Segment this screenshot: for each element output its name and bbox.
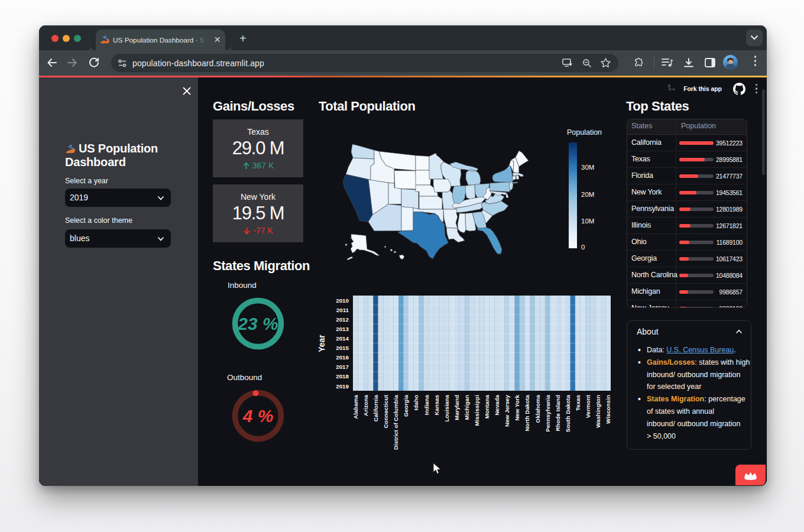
svg-text:Connecticut: Connecticut <box>382 394 389 428</box>
svg-text:2017: 2017 <box>336 364 349 370</box>
svg-text:2013: 2013 <box>336 326 349 332</box>
svg-text:2014: 2014 <box>336 335 349 342</box>
svg-text:North Dakota: North Dakota <box>524 394 530 431</box>
svg-text:Rhode Island: Rhode Island <box>555 395 561 432</box>
svg-text:New Jersey: New Jersey <box>504 394 510 426</box>
svg-text:Texas: Texas <box>575 394 581 411</box>
svg-text:Nevada: Nevada <box>494 394 500 415</box>
svg-text:Maryland: Maryland <box>453 395 460 420</box>
svg-text:2011: 2011 <box>336 307 349 313</box>
svg-text:California: California <box>372 394 379 421</box>
svg-text:Michigan: Michigan <box>463 395 470 420</box>
svg-text:South Dakota: South Dakota <box>565 394 571 432</box>
svg-text:Washington: Washington <box>595 395 601 428</box>
svg-text:2019: 2019 <box>336 383 349 390</box>
svg-text:4 %: 4 % <box>242 406 274 426</box>
svg-text:Pennsylvania: Pennsylvania <box>544 394 551 432</box>
svg-text:Indiana: Indiana <box>423 394 430 415</box>
svg-text:2018: 2018 <box>336 373 349 379</box>
svg-text:Mississippi: Mississippi <box>474 395 480 426</box>
svg-text:District of Columbia: District of Columbia <box>393 394 399 450</box>
svg-text:Alabama: Alabama <box>352 394 359 419</box>
svg-text:Montana: Montana <box>484 394 490 419</box>
svg-text:Idaho: Idaho <box>413 395 419 410</box>
svg-text:Louisiana: Louisiana <box>443 394 450 421</box>
svg-text:Georgia: Georgia <box>403 394 409 417</box>
svg-text:2012: 2012 <box>336 316 349 323</box>
svg-text:Arizona: Arizona <box>362 394 369 416</box>
svg-text:2016: 2016 <box>336 354 349 361</box>
svg-text:2015: 2015 <box>336 345 349 351</box>
svg-text:Kansas: Kansas <box>433 394 440 415</box>
svg-text:Oklahoma: Oklahoma <box>534 394 541 423</box>
svg-text:Wisconsin: Wisconsin <box>605 395 611 424</box>
svg-text:2010: 2010 <box>336 297 349 304</box>
svg-text:Vermont: Vermont <box>585 394 591 418</box>
svg-text:23 %: 23 % <box>237 314 278 333</box>
svg-text:New York: New York <box>514 394 520 420</box>
